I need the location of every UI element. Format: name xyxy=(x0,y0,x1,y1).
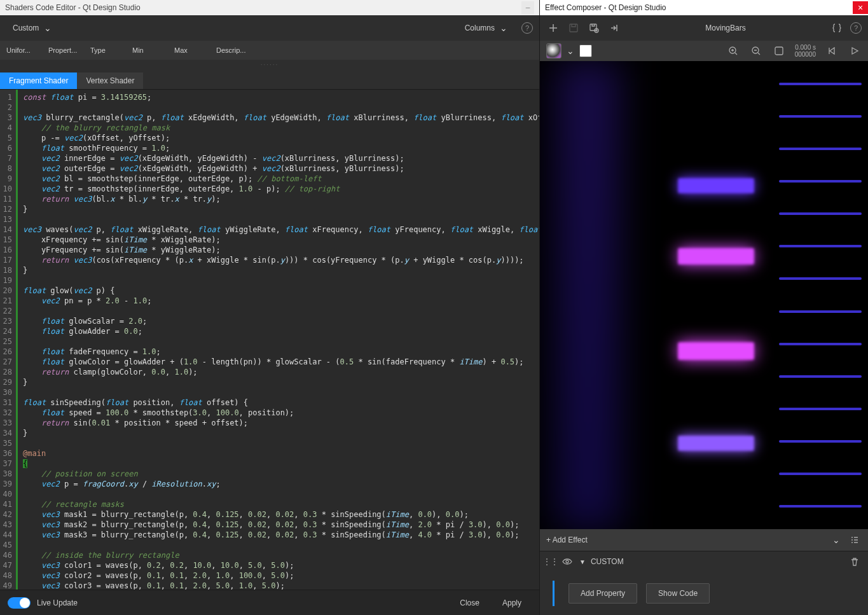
visibility-icon[interactable] xyxy=(560,555,574,569)
effect-composer-title: Effect Composer - Qt Design Studio xyxy=(545,3,666,12)
drag-handle-icon[interactable]: ⋮⋮ xyxy=(546,555,555,569)
svg-rect-5 xyxy=(775,47,783,55)
list-icon[interactable] xyxy=(848,533,862,547)
col-uniform[interactable]: Unifor... xyxy=(3,46,45,54)
add-effect-label: + Add Effect xyxy=(546,536,588,544)
zoom-fit-icon[interactable] xyxy=(772,44,786,58)
shader-toolbar: Custom ⌄ Columns ⌄ ? xyxy=(0,15,539,41)
show-code-button[interactable]: Show Code xyxy=(646,583,710,604)
col-property[interactable]: Propert... xyxy=(45,46,86,54)
effect-composer-titlebar: Effect Composer - Qt Design Studio × xyxy=(540,0,868,15)
live-update-toggle[interactable] xyxy=(8,597,31,609)
save-icon xyxy=(567,21,581,35)
shader-dropdown-label: Custom xyxy=(13,24,39,32)
bg-color-swatch[interactable] xyxy=(579,45,592,57)
close-icon[interactable]: × xyxy=(853,1,868,14)
delete-icon[interactable] xyxy=(848,555,862,569)
effect-node-custom: ⋮⋮ ▼ CUSTOM Add Property Show Code xyxy=(540,551,868,615)
columns-label: Columns xyxy=(465,24,495,32)
code-content[interactable]: const float pi = 3.14159265; vec3 blurry… xyxy=(18,90,539,590)
col-description[interactable]: Descrip... xyxy=(212,46,254,54)
live-update-label: Live Update xyxy=(37,598,78,607)
columns-dropdown[interactable]: Columns ⌄ xyxy=(458,19,514,37)
chevron-down-icon[interactable]: ⌄ xyxy=(567,46,574,56)
preview-toolbar: ⌄ 0.000 s 000000 xyxy=(540,41,868,61)
splitter-handle[interactable]: ······ xyxy=(0,60,539,71)
minimize-icon[interactable]: – xyxy=(521,1,534,14)
line-gutter: 1234567891011121314151617181920212223242… xyxy=(0,90,18,590)
add-icon[interactable] xyxy=(546,21,560,35)
rewind-icon[interactable] xyxy=(825,44,839,58)
assign-icon[interactable] xyxy=(607,21,621,35)
chevron-down-icon: ⌄ xyxy=(500,23,507,33)
code-braces-icon[interactable] xyxy=(830,21,844,35)
effect-preview xyxy=(540,61,868,529)
svg-rect-1 xyxy=(590,24,596,31)
code-editor[interactable]: 1234567891011121314151617181920212223242… xyxy=(0,90,539,590)
col-min[interactable]: Min xyxy=(128,46,170,54)
bottom-bar: Live Update Close Apply xyxy=(0,590,539,615)
shader-editor-titlebar: Shaders Code Editor - Qt Design Studio – xyxy=(0,0,539,15)
preview-thumb[interactable] xyxy=(546,43,561,59)
uniforms-table-header: Unifor... Propert... Type Min Max Descri… xyxy=(0,41,539,60)
chevron-down-icon: ⌄ xyxy=(44,23,52,33)
apply-button[interactable]: Apply xyxy=(492,593,532,612)
col-type[interactable]: Type xyxy=(86,46,128,54)
svg-point-6 xyxy=(566,560,568,563)
effect-node-label: CUSTOM xyxy=(591,557,624,566)
help-icon[interactable]: ? xyxy=(850,22,862,34)
chevron-down-icon: ⌄ xyxy=(832,535,840,545)
zoom-out-icon[interactable] xyxy=(749,44,763,58)
close-button[interactable]: Close xyxy=(450,593,490,612)
svg-rect-0 xyxy=(570,24,577,32)
node-marker xyxy=(553,581,555,606)
add-effect-button[interactable]: + Add Effect ⌄ xyxy=(540,529,868,551)
col-max[interactable]: Max xyxy=(170,46,212,54)
shader-editor-title: Shaders Code Editor - Qt Design Studio xyxy=(5,3,141,12)
time-display: 0.000 s 000000 xyxy=(795,44,816,58)
add-property-button[interactable]: Add Property xyxy=(568,583,637,604)
help-icon[interactable]: ? xyxy=(521,22,533,34)
shader-dropdown[interactable]: Custom ⌄ xyxy=(6,19,58,37)
shader-tabs: Fragment Shader Vertex Shader xyxy=(0,71,539,90)
save-as-icon[interactable] xyxy=(587,21,601,35)
collapse-caret-icon[interactable]: ▼ xyxy=(579,558,586,565)
tab-vertex-shader[interactable]: Vertex Shader xyxy=(77,73,143,89)
zoom-in-icon[interactable] xyxy=(726,44,740,58)
composer-toolbar: MovingBars ? xyxy=(540,15,868,41)
play-icon[interactable] xyxy=(848,44,862,58)
effect-name: MovingBars xyxy=(628,24,823,32)
tab-fragment-shader[interactable]: Fragment Shader xyxy=(0,73,77,89)
